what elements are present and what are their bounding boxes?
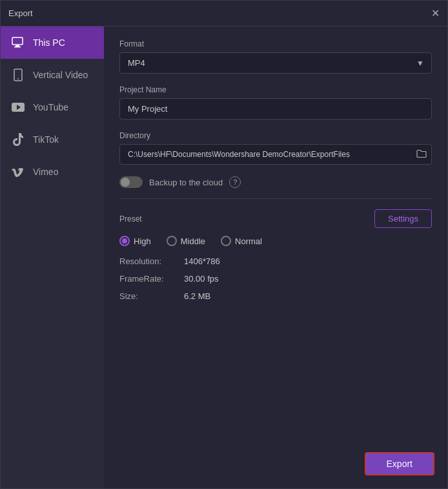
radio-normal[interactable]: Normal [221,236,262,246]
svg-rect-2 [14,47,21,48]
title-bar: Export ✕ [1,1,447,26]
sidebar-item-vimeo[interactable]: Vimeo [1,156,104,188]
directory-input[interactable] [119,144,432,165]
tiktok-icon [11,132,25,147]
radio-high-circle [119,236,130,246]
svg-point-4 [17,78,19,79]
resolution-key: Resolution: [119,256,184,266]
sidebar-item-tiktok[interactable]: TikTok [1,123,104,156]
main-content: This PC Vertical Video [1,26,447,488]
framerate-value: 30.00 fps [184,274,219,284]
close-button[interactable]: ✕ [431,8,440,19]
sidebar-label-this-pc: This PC [33,37,65,48]
project-name-input[interactable] [119,98,432,120]
directory-group: Directory [119,131,432,165]
sidebar: This PC Vertical Video [1,26,104,488]
vimeo-icon [11,165,25,179]
divider [119,198,432,199]
framerate-row: FrameRate: 30.00 fps [119,274,432,284]
help-icon[interactable]: ? [229,176,241,188]
directory-wrapper [119,144,432,165]
format-group: Format MP4 AVI MOV MKV GIF ▼ [119,39,432,74]
sidebar-item-this-pc[interactable]: This PC [1,26,104,59]
format-select-wrapper: MP4 AVI MOV MKV GIF ▼ [119,52,432,74]
backup-toggle[interactable] [119,176,143,188]
sidebar-label-vimeo: Vimeo [33,167,58,177]
sidebar-label-youtube: YouTube [33,102,68,112]
preset-label: Preset [119,214,142,224]
radio-middle[interactable]: Middle [167,236,205,246]
format-select[interactable]: MP4 AVI MOV MKV GIF [119,52,432,74]
toggle-thumb [121,178,130,187]
sidebar-label-tiktok: TikTok [33,134,59,145]
main-panel: Format MP4 AVI MOV MKV GIF ▼ Project Nam… [104,26,447,488]
monitor-icon [11,36,25,50]
radio-middle-circle [167,236,177,246]
resolution-row: Resolution: 1406*786 [119,256,432,266]
backup-row: Backup to the cloud ? [119,176,432,188]
youtube-icon [11,100,25,114]
sidebar-item-vertical-video[interactable]: Vertical Video [1,59,104,91]
backup-label: Backup to the cloud [149,178,223,187]
size-key: Size: [119,291,184,301]
svg-rect-0 [12,37,23,45]
svg-rect-1 [15,45,19,47]
radio-normal-circle [221,236,231,246]
phone-icon [11,68,25,82]
radio-high[interactable]: High [119,236,151,246]
project-name-label: Project Name [119,85,432,94]
preset-radio-group: High Middle Normal [119,236,432,246]
radio-high-label: High [134,236,151,246]
size-row: Size: 6.2 MB [119,291,432,301]
radio-middle-label: Middle [181,236,205,246]
export-button[interactable]: Export [365,452,434,475]
settings-button[interactable]: Settings [374,209,432,228]
folder-icon[interactable] [416,149,427,160]
size-value: 6.2 MB [184,291,210,301]
project-name-group: Project Name [119,85,432,120]
window-title: Export [8,8,33,18]
resolution-value: 1406*786 [184,256,220,266]
sidebar-label-vertical-video: Vertical Video [33,70,88,80]
preset-row: Preset Settings [119,209,432,228]
export-window: Export ✕ This PC [0,0,448,489]
format-label: Format [119,39,432,48]
framerate-key: FrameRate: [119,274,184,284]
sidebar-item-youtube[interactable]: YouTube [1,91,104,123]
export-bar: Export [365,452,434,475]
radio-normal-label: Normal [235,236,262,246]
directory-label: Directory [119,131,432,140]
